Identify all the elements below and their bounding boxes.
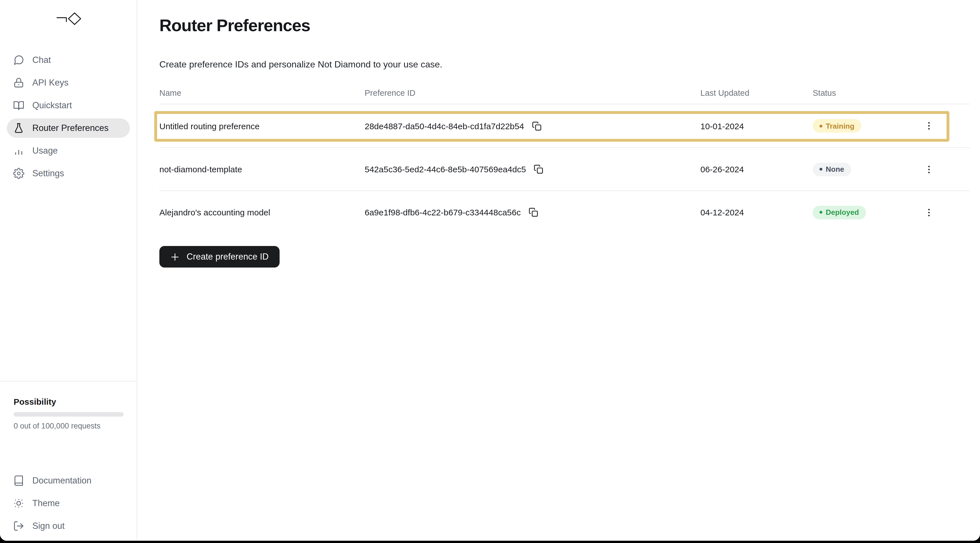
preferences-table: Name Preference ID Last Updated Status U… [159, 82, 970, 233]
sidebar-item-label: API Keys [32, 78, 68, 88]
column-header-status: Status [813, 88, 888, 97]
table-row[interactable]: Alejandro's accounting model 6a9e1f98-df… [159, 191, 970, 233]
status-dot [819, 124, 822, 127]
copy-button[interactable] [530, 119, 543, 133]
sidebar-item-label: Documentation [32, 476, 92, 486]
preference-id: 28de4887-da50-4d4c-84eb-cd1fa7d22b54 [365, 121, 524, 131]
sidebar-item-label: Quickstart [32, 100, 72, 111]
create-preference-id-button[interactable]: Create preference ID [159, 246, 280, 268]
sidebar-item-usage[interactable]: Usage [7, 141, 130, 160]
sidebar-item-label: Settings [32, 168, 64, 179]
sidebar-item-chat[interactable]: Chat [7, 51, 130, 70]
kebab-menu-icon [924, 207, 934, 218]
row-menu-button[interactable] [921, 161, 937, 177]
app-window: Chat API Keys Quickstart [0, 0, 980, 541]
table-header-row: Name Preference ID Last Updated Status [159, 82, 970, 104]
bar-chart-icon [13, 145, 24, 156]
column-header-name: Name [159, 88, 365, 97]
sidebar-item-settings[interactable]: Settings [7, 164, 130, 183]
copy-icon [532, 121, 541, 131]
sidebar-item-documentation[interactable]: Documentation [7, 471, 130, 490]
sidebar-item-label: Sign out [32, 521, 65, 531]
sidebar-footer: Documentation Theme Sign out [0, 471, 137, 539]
sidebar-item-theme[interactable]: Theme [7, 494, 130, 513]
copy-icon [528, 208, 538, 217]
copy-button[interactable] [532, 162, 545, 176]
sidebar-item-router-preferences[interactable]: Router Preferences [7, 119, 130, 138]
column-header-last-updated: Last Updated [700, 88, 813, 97]
last-updated: 10-01-2024 [700, 121, 813, 131]
gear-icon [13, 168, 24, 179]
sidebar-divider [0, 381, 137, 381]
plan-name: Possibility [14, 397, 124, 407]
screen: Chat API Keys Quickstart [0, 0, 980, 543]
lock-icon [13, 77, 24, 89]
sidebar-item-label: Usage [32, 146, 58, 156]
sidebar-item-sign-out[interactable]: Sign out [7, 516, 130, 536]
sun-icon [13, 498, 24, 509]
sidebar-item-label: Theme [32, 498, 60, 508]
status-badge: Deployed [813, 205, 866, 219]
copy-icon [534, 164, 543, 174]
kebab-menu-icon [924, 121, 934, 131]
sidebar-item-label: Router Preferences [32, 123, 108, 133]
copy-button[interactable] [526, 205, 540, 219]
column-header-preference-id: Preference ID [365, 88, 700, 97]
book-icon [13, 475, 24, 486]
sidebar-item-api-keys[interactable]: API Keys [7, 73, 130, 92]
book-open-icon [13, 100, 24, 111]
sidebar: Chat API Keys Quickstart [0, 0, 137, 541]
status-badge: Training [813, 119, 861, 133]
preference-name: Untitled routing preference [159, 121, 365, 131]
plus-icon [170, 252, 180, 262]
sidebar-nav: Chat API Keys Quickstart [0, 51, 137, 186]
status-badge: None [813, 162, 851, 176]
flask-icon [13, 122, 24, 134]
last-updated: 06-26-2024 [700, 164, 813, 174]
table-row[interactable]: not-diamond-template 542a5c36-5ed2-44c6-… [159, 148, 970, 191]
status-dot [819, 168, 822, 171]
preference-id: 6a9e1f98-dfb6-4c22-b679-c334448ca56c [365, 208, 520, 217]
status-dot [819, 211, 822, 214]
usage-panel: Possibility 0 out of 100,000 requests [14, 397, 124, 431]
preference-name: not-diamond-template [159, 164, 365, 174]
usage-progress-bar [14, 412, 124, 417]
table-row[interactable]: Untitled routing preference 28de4887-da5… [159, 104, 970, 148]
row-menu-button[interactable] [921, 204, 937, 220]
page-subtitle: Create preference IDs and personalize No… [159, 59, 980, 70]
main-content: Router Preferences Create preference IDs… [159, 0, 980, 268]
sidebar-item-quickstart[interactable]: Quickstart [7, 96, 130, 115]
last-updated: 04-12-2024 [700, 208, 813, 217]
sign-out-icon [13, 520, 24, 532]
row-menu-button[interactable] [921, 118, 937, 134]
preference-id: 542a5c36-5ed2-44c6-8e5b-407569ea4dc5 [365, 164, 526, 174]
usage-text: 0 out of 100,000 requests [14, 422, 124, 431]
page-title: Router Preferences [159, 15, 980, 36]
preference-name: Alejandro's accounting model [159, 208, 365, 217]
chat-icon [13, 54, 24, 66]
not-diamond-logo [0, 13, 137, 25]
sidebar-item-label: Chat [32, 55, 51, 65]
kebab-menu-icon [924, 164, 934, 174]
